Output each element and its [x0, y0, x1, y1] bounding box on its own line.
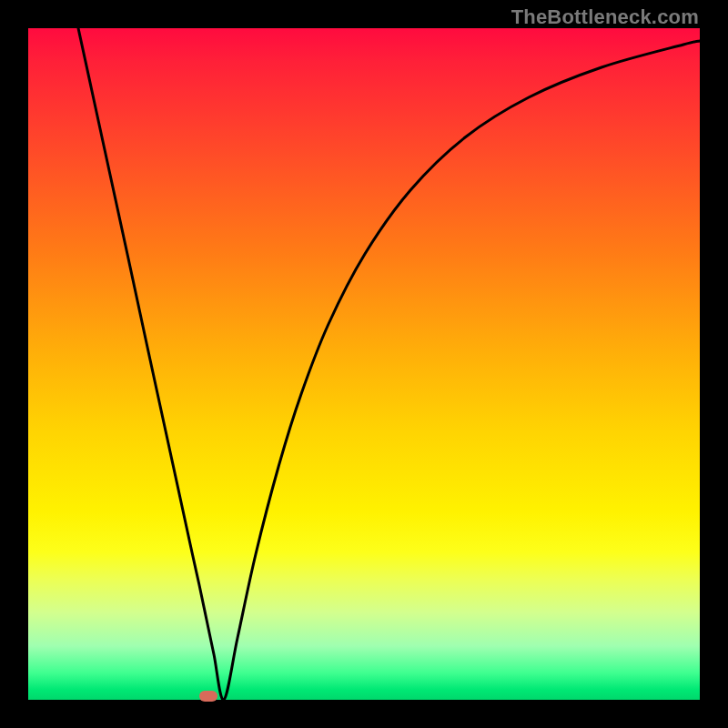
attribution-text: TheBottleneck.com [511, 5, 699, 29]
optimal-marker [199, 691, 217, 702]
plot-area [28, 28, 700, 700]
